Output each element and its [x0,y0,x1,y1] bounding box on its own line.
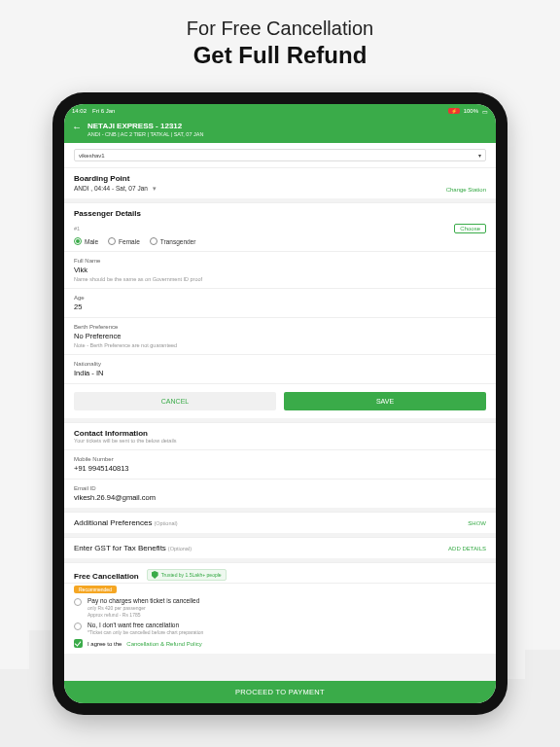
opt1-refund: Approx refund - Rs 1785 [88,612,199,618]
mobile-value: +91 9945140813 [74,464,486,473]
recommended-badge: Recommended [74,586,117,593]
username-select[interactable]: vikeshav1 ▾ [74,149,486,161]
passenger-actions: CANCEL SAVE [64,383,496,418]
free-cancel-section: Free Cancellation Trusted by 1.5Lakh+ pe… [64,562,496,583]
gst-row[interactable]: Enter GST for Tax Benefits (Optional) AD… [64,537,496,558]
berth-row[interactable]: Berth Preference No Preference Note - Be… [64,317,496,354]
chevron-down-icon: ▾ [478,152,481,159]
freecancel-option-no[interactable]: No, I don't want free cancellation *Tick… [74,622,486,635]
gender-trans[interactable]: Transgender [150,237,196,245]
gender-male[interactable]: Male [74,237,98,245]
app-screen: 14:02 Fri 6 Jan ⚡ 100% ▭ ← NETAJI EXPRES… [64,104,496,703]
fullname-label: Full Name [74,258,486,264]
back-icon[interactable]: ← [72,122,82,133]
contact-section: Contact Information Your tickets will be… [64,422,496,449]
fullname-value: Vikk [74,266,486,274]
agree-row[interactable]: I agree to the Cancellation & Refund Pol… [74,639,486,648]
status-time: 14:02 [72,108,87,114]
berth-label: Berth Preference [74,324,486,330]
cancel-button[interactable]: CANCEL [74,392,276,410]
additional-preferences-row[interactable]: Additional Preferences (Optional) SHOW [64,512,496,533]
status-bar: 14:02 Fri 6 Jan ⚡ 100% ▭ [64,104,496,118]
email-row[interactable]: Email ID vikesh.26.94@gmail.com [64,479,496,508]
age-row[interactable]: Age 25 [64,288,496,317]
age-value: 25 [74,302,486,311]
passenger-section: Passenger Details #1 Choose Male Female … [64,202,496,251]
mobile-row[interactable]: Mobile Number +91 9945140813 [64,449,496,479]
chevron-down-icon: ▾ [153,185,157,192]
passenger-index: #1 [74,226,80,231]
nat-label: Nationality [74,361,486,367]
gender-radios: Male Female Transgender [74,237,486,245]
nationality-row[interactable]: Nationality India - IN [64,354,496,383]
gst-optional: (Optional) [168,546,192,551]
boarding-label: Boarding Point [74,174,157,183]
choose-button[interactable]: Choose [454,224,486,233]
low-power-badge: ⚡ [448,108,460,114]
train-title: NETAJI EXPRESS - 12312 [88,122,203,130]
boarding-point-row: Boarding Point ANDI , 04:44 - Sat, 07 Ja… [64,167,496,198]
opt1-main: Pay no charges when ticket is cancelled [88,597,199,604]
freecancel-option-yes[interactable]: Pay no charges when ticket is cancelled … [74,597,486,618]
mobile-label: Mobile Number [74,456,486,462]
gst-action[interactable]: ADD DETAILS [448,546,486,551]
fullname-row[interactable]: Full Name Vikk Name should be the same a… [64,251,496,288]
opt1-sub: only Rs 420 per passenger [88,605,199,611]
app-header: ← NETAJI EXPRESS - 12312 ANDI - CNB | AC… [64,118,496,143]
shield-icon [152,571,158,579]
contact-heading: Contact Information [74,429,486,438]
checkbox-checked-icon[interactable] [74,639,83,648]
email-value: vikesh.26.94@gmail.com [74,493,486,502]
berth-note: Note - Berth Preference are not guarante… [74,342,486,348]
username-value: vikeshav1 [79,153,105,159]
radio-icon [74,598,82,606]
tablet-frame: 14:02 Fri 6 Jan ⚡ 100% ▭ ← NETAJI EXPRES… [52,92,508,715]
trusted-badge: Trusted by 1.5Lakh+ people [147,569,227,581]
fullname-note: Name should be the same as on Government… [74,276,486,282]
policy-link[interactable]: Cancellation & Refund Policy [126,641,201,647]
addpref-action[interactable]: SHOW [468,520,486,526]
passenger-heading: Passenger Details [74,209,486,218]
opt2-sub: *Ticket can only be cancelled before cha… [88,629,203,635]
status-battery: 100% [464,108,478,114]
contact-sub: Your tickets will be sent to the below d… [74,438,486,444]
save-button[interactable]: SAVE [284,392,486,410]
age-label: Age [74,295,486,301]
radio-icon [74,622,82,630]
username-row: vikeshav1 ▾ [64,143,496,167]
nat-value: India - IN [74,369,486,377]
promo-headline: For Free Cancellation Get Full Refund [0,0,560,79]
addpref-optional: (Optional) [154,520,177,526]
status-date: Fri 6 Jan [92,108,115,114]
gender-female[interactable]: Female [108,237,140,245]
freecancel-label: Free Cancellation [74,572,139,581]
opt2-main: No, I don't want free cancellation [88,622,203,628]
addpref-label: Additional Preferences [74,518,153,527]
train-subtitle: ANDI - CNB | AC 2 TIER | TATKAL | SAT, 0… [88,131,203,137]
agree-prefix: I agree to the [88,641,122,647]
battery-icon: ▭ [482,108,488,115]
email-label: Email ID [74,485,486,491]
berth-value: No Preference [74,332,486,340]
free-cancel-options: Recommended Pay no charges when ticket i… [64,583,496,654]
headline-line1: For Free Cancellation [0,18,560,40]
boarding-value: ANDI , 04:44 - Sat, 07 Jan [74,185,148,192]
gst-label: Enter GST for Tax Benefits [74,544,166,552]
headline-line2: Get Full Refund [0,42,560,69]
change-station-link[interactable]: Change Station [446,187,486,193]
proceed-to-payment-button[interactable]: PROCEED TO PAYMENT [64,681,496,703]
